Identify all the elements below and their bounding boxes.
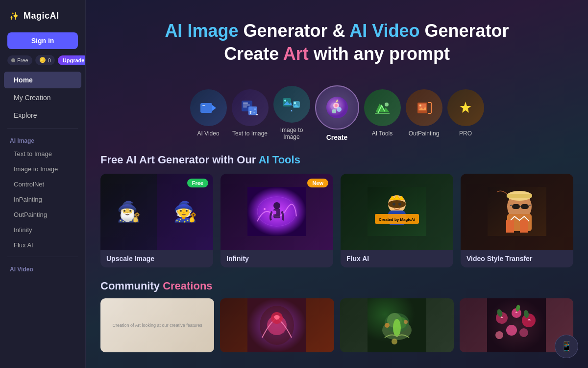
- infinity-badge: New: [307, 179, 328, 187]
- card-video-style-transfer-img: [461, 174, 573, 250]
- svg-rect-61: [520, 220, 528, 233]
- float-button[interactable]: 📱: [555, 335, 578, 358]
- svg-point-23: [337, 107, 342, 112]
- sidebar-item-image-to-image[interactable]: Image to Image: [4, 162, 81, 176]
- card-upscale-image-img: 🧙‍♂️ 🧙 Free: [100, 174, 213, 250]
- tool-create[interactable]: Create: [315, 85, 359, 141]
- svg-rect-4: [243, 103, 248, 104]
- sidebar-item-outpainting[interactable]: OutPainting: [4, 208, 81, 222]
- logo-text: MagicAI: [24, 11, 59, 21]
- svg-point-74: [385, 323, 390, 328]
- sidebar-item-my-creation[interactable]: My Creation: [4, 89, 81, 106]
- ai-video-section-label: AI Video: [0, 261, 85, 275]
- tool-image-to-image[interactable]: → Image toImage: [273, 86, 310, 140]
- svg-marker-35: [461, 103, 470, 112]
- tool-ai-tools[interactable]: AI Tools: [364, 89, 401, 137]
- community-card-2[interactable]: [220, 298, 334, 352]
- card-infinity[interactable]: New Infinity: [220, 174, 333, 267]
- logo: ✨ MagicAI: [0, 5, 85, 30]
- svg-point-25: [385, 103, 389, 106]
- svg-text:→: →: [252, 111, 256, 114]
- community-title-highlight: Creations: [163, 280, 212, 292]
- tool-ai-tools-icon: [364, 89, 401, 126]
- svg-point-22: [335, 104, 338, 107]
- tool-create-icon: [315, 85, 359, 130]
- card-flux-ai-img: Created by MagicAi: [341, 174, 453, 250]
- wizard-left: 🧙‍♂️: [100, 174, 157, 250]
- svg-rect-63: [507, 194, 532, 198]
- community-title: Community Creations: [86, 280, 588, 298]
- sidebar-item-home[interactable]: Home: [4, 72, 81, 88]
- card-video-style-transfer[interactable]: Video Style Transfer: [461, 174, 573, 267]
- infinity-label: Infinity: [220, 250, 333, 267]
- free-tools-title-highlight: AI Tools: [259, 154, 300, 166]
- sidebar-item-text-to-image[interactable]: Text to Image: [4, 147, 81, 161]
- community-grid: Creation of Art looking at our creative …: [86, 298, 588, 362]
- divider-2: [7, 257, 78, 257]
- svg-point-46: [388, 200, 406, 208]
- card-upscale-image[interactable]: 🧙‍♂️ 🧙 Free Upscale Image: [100, 174, 213, 267]
- svg-point-82: [519, 328, 528, 337]
- coin-icon: 🪙: [39, 57, 46, 63]
- upgrade-button[interactable]: Upgrade: [58, 55, 86, 65]
- logo-icon: ✨: [7, 9, 21, 23]
- svg-rect-60: [506, 220, 514, 233]
- free-label: Free: [17, 57, 28, 63]
- svg-point-48: [398, 203, 401, 206]
- svg-rect-55: [512, 204, 520, 209]
- svg-point-73: [393, 319, 401, 337]
- svg-marker-49: [390, 195, 404, 200]
- tool-create-label: Create: [326, 133, 348, 141]
- credits-bar: Free 🪙 0 Upgrade: [0, 55, 85, 71]
- svg-point-38: [264, 208, 266, 210]
- tool-outpainting-label: OutPainting: [409, 130, 440, 137]
- sidebar-item-explore[interactable]: Explore: [4, 107, 81, 124]
- svg-rect-24: [332, 109, 336, 113]
- community-card-3[interactable]: [340, 298, 454, 352]
- svg-rect-5: [243, 105, 250, 105]
- signin-button[interactable]: Sign in: [7, 32, 78, 49]
- tool-outpainting-icon: [406, 89, 442, 126]
- tool-ai-video-label: AI Video: [197, 130, 219, 137]
- tool-ai-video[interactable]: AI Video: [190, 89, 227, 137]
- hero-create-prefix: Create: [224, 44, 283, 64]
- tool-text-to-image-label: Text to Image: [232, 130, 268, 137]
- sidebar-item-inpainting[interactable]: InPainting: [4, 192, 81, 207]
- svg-rect-11: [254, 108, 256, 110]
- tools-row: AI Video T → Text to Image: [86, 78, 588, 154]
- sidebar: ✨ MagicAI Sign in Free 🪙 0 Upgrade Home …: [0, 0, 86, 368]
- hero-ai-video: AI Video: [349, 21, 419, 41]
- tool-pro-label: PRO: [459, 130, 472, 137]
- tool-text-to-image[interactable]: T → Text to Image: [232, 89, 269, 137]
- tool-pro[interactable]: PRO: [447, 89, 484, 137]
- coins-badge: 🪙 0: [35, 55, 55, 65]
- free-tools-title: Free AI Art Generator with Our AI Tools: [86, 154, 588, 174]
- video-style-transfer-label: Video Style Transfer: [461, 250, 573, 267]
- tool-text-to-image-icon: T →: [232, 89, 269, 126]
- community-card-1[interactable]: Creation of Art looking at our creative …: [100, 298, 214, 352]
- card-infinity-img: New: [220, 174, 333, 250]
- tool-cards-grid: 🧙‍♂️ 🧙 Free Upscale Image: [86, 174, 588, 280]
- sidebar-item-controlnet[interactable]: ControlNet: [4, 177, 81, 191]
- svg-line-58: [510, 205, 512, 206]
- flux-ai-label: Flux AI: [341, 250, 453, 267]
- svg-marker-1: [212, 105, 216, 111]
- card-flux-ai[interactable]: Created by MagicAi Flux AI: [341, 174, 453, 267]
- tool-image-to-image-icon: →: [273, 86, 310, 123]
- sidebar-item-flux-ai[interactable]: Flux AI: [4, 238, 81, 252]
- hero-section: AI Image Generator & AI Video Generator …: [86, 0, 588, 78]
- svg-point-40: [273, 202, 280, 209]
- hero-title: AI Image Generator & AI Video Generator …: [100, 20, 573, 66]
- hero-ai-image: AI Image: [165, 21, 238, 41]
- svg-point-81: [506, 325, 517, 336]
- sidebar-item-infinity[interactable]: Infinity: [4, 223, 81, 237]
- svg-rect-2: [202, 105, 205, 106]
- tool-outpainting[interactable]: OutPainting: [406, 89, 442, 137]
- community-title-prefix: Community: [100, 280, 163, 292]
- svg-point-47: [392, 203, 395, 206]
- tool-ai-video-icon: [190, 89, 227, 126]
- svg-point-17: [294, 102, 296, 104]
- svg-rect-6: [243, 106, 247, 107]
- tool-image-to-image-label: Image toImage: [280, 127, 303, 140]
- tool-pro-icon: [447, 89, 484, 126]
